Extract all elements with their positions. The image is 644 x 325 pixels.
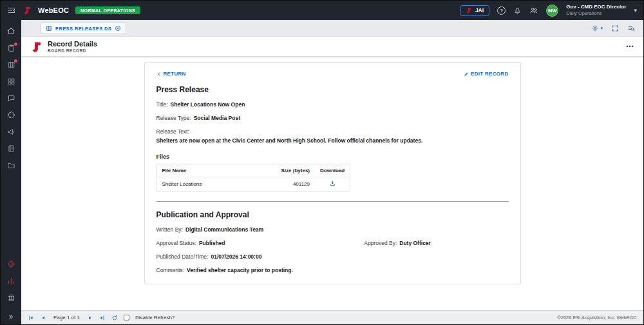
column-header-size: Size (bytes) [265,164,315,177]
field-approved-by: Approved By: Duty Officer [364,240,508,246]
notifications-bell-icon[interactable] [513,6,522,15]
jai-assistant-button[interactable]: JAI [460,5,489,16]
status-badge: NORMAL OPERATIONS [75,6,140,14]
home-icon[interactable] [6,26,15,35]
field-label: Approval Status: [156,240,196,246]
field-label: Release Text: [156,128,189,135]
notification-dot [14,43,17,46]
column-header-file-name: File Name [156,164,265,177]
previous-page-icon[interactable] [40,315,46,321]
board-record-logo-icon [30,41,43,53]
next-page-icon[interactable] [87,315,93,321]
page-header: Record Details BOARD RECORD ⋯ [21,37,643,56]
chevron-down-icon: ▾ [600,26,603,31]
field-label: Published Date/Time: [156,253,209,260]
fullscreen-icon[interactable] [611,25,619,32]
board-list-icon[interactable] [7,61,15,69]
section-divider [156,201,509,202]
notification-dot [14,59,17,63]
filter-settings-icon[interactable]: ▾ [591,25,603,32]
disable-refresh-checkbox[interactable] [124,315,129,320]
field-label: Comments: [156,267,184,273]
user-menu[interactable]: Gov - CMD EOC Director Daily Operations [566,4,626,16]
column-header-download: Download [315,164,350,177]
expand-sidebar-icon[interactable]: » [9,310,14,320]
file-name-cell: Shelter Locations [156,177,265,192]
files-section: Files File Name Size (bytes) Download Sh… [156,153,509,192]
board-tab-icon [46,25,52,32]
field-value: Social Media Post [194,115,240,121]
file-size-cell: 401129 [265,177,315,192]
contacts-book-icon[interactable] [7,144,15,153]
record-details-card: RETURN EDIT RECORD Press Release Title: … [144,62,521,284]
field-label: Written By: [156,226,183,233]
field-release-text: Release Text: Shelters are now open at t… [156,128,509,144]
files-table: File Name Size (bytes) Download Shelter … [156,164,351,192]
field-value: Shelters are now open at the Civic Cente… [156,137,509,144]
left-sidebar: » [1,20,21,324]
first-page-icon[interactable] [28,315,34,321]
field-comments: Comments: Verified shelter capacity prio… [156,267,509,273]
chevron-down-icon[interactable]: ▾ [634,7,637,14]
pagination-footer: Page 1 of 1 Disable Refresh? ©2026 ESi A… [21,310,643,324]
user-role: Gov - CMD EOC Director [566,4,626,10]
sidebar-top-icons [6,26,15,170]
close-tab-icon[interactable] [115,25,121,32]
page-title: Record Details [48,40,97,48]
sidebar-bottom-icons: » [7,260,15,322]
field-value: Duty Officer [399,240,431,246]
app-name: WebEOC [38,6,69,14]
files-section-title: Files [156,153,509,160]
files-folder-icon[interactable] [7,161,15,170]
field-published-datetime: Published Date/Time: 01/07/2026 14:00:00 [156,253,509,260]
tab-press-releases-ds[interactable]: PRESS RELEASES DS [41,23,126,34]
last-page-icon[interactable] [99,315,106,321]
open-boards-tabbar: PRESS RELEASES DS ▾ [21,20,643,37]
sidebar-toggle-icon[interactable] [7,6,16,15]
field-written-by: Written By: Digital Communications Team [156,226,509,233]
field-release-type: Release Type: Social Media Post [156,115,509,121]
help-icon[interactable]: ? [497,6,506,15]
return-button[interactable]: RETURN [156,71,186,77]
reports-chart-icon[interactable] [7,277,15,285]
topbar-actions: JAI ? MW Gov - CMD EOC Director Daily Op… [460,4,637,16]
chevron-left-icon [156,72,162,77]
field-value: Verified shelter capacity prior to posti… [187,267,293,273]
disable-refresh-label[interactable]: Disable Refresh? [135,315,175,320]
tab-label: PRESS RELEASES DS [55,26,111,32]
search-records-icon[interactable] [627,25,636,33]
edit-record-button[interactable]: EDIT RECORD [464,71,508,77]
field-label: Approved By: [364,240,397,246]
page-subtitle: BOARD RECORD [48,48,97,53]
user-avatar[interactable]: MW [546,5,558,17]
pencil-icon [464,72,469,77]
field-value: Digital Communications Team [185,226,263,233]
field-value: Published [199,240,225,246]
boards-icon[interactable] [7,44,15,52]
field-approval-status: Approval Status: Published [156,240,365,246]
page-indicator: Page 1 of 1 [53,315,80,320]
announcements-icon[interactable] [7,128,15,136]
users-icon[interactable] [529,6,538,15]
section-title-press-release: Press Release [156,85,509,94]
tabbar-tools: ▾ [591,25,636,33]
field-value: Shelter Locations Now Open [171,101,245,108]
plugins-puzzle-icon[interactable] [7,111,15,119]
messages-chat-icon[interactable] [7,94,15,103]
refresh-icon[interactable] [111,315,118,321]
agency-building-icon[interactable] [7,293,15,302]
download-icon[interactable] [330,181,336,186]
jai-icon [466,7,472,14]
field-label: Title: [156,101,168,108]
apps-grid-icon[interactable] [7,77,15,86]
more-options-icon[interactable]: ⋯ [626,42,634,51]
table-row: Shelter Locations 401129 [156,177,350,192]
field-value: 01/07/2026 14:00:00 [211,253,261,260]
webeoc-logo-icon [23,6,32,15]
field-label: Release Type: [156,115,191,121]
copyright-text: ©2026 ESi Acquisition, Inc. WebEOC [557,315,637,320]
top-bar: WebEOC NORMAL OPERATIONS JAI ? MW Gov - … [1,1,643,20]
field-title: Title: Shelter Locations Now Open [156,101,509,108]
webeoc-app-window: WebEOC NORMAL OPERATIONS JAI ? MW Gov - … [0,0,644,325]
map-globe-icon[interactable] [7,260,15,268]
